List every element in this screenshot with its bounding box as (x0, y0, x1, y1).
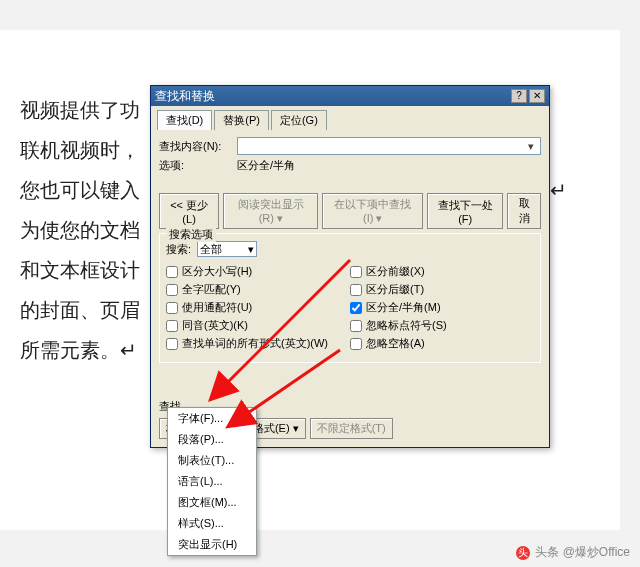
checkbox-left-2[interactable]: 使用通配符(U) (166, 300, 350, 315)
search-options-group: 搜索选项 搜索: 全部▾ 区分大小写(H)全字匹配(Y)使用通配符(U)同音(英… (159, 233, 541, 363)
checkbox-input[interactable] (166, 302, 178, 314)
checkbox-left-4[interactable]: 查找单词的所有形式(英文)(W) (166, 336, 350, 351)
checkbox-right-0[interactable]: 区分前缀(X) (350, 264, 534, 279)
no-format-button[interactable]: 不限定格式(T) (310, 418, 393, 439)
reading-highlight-button[interactable]: 阅读突出显示(R) ▾ (223, 193, 318, 229)
checkbox-left-0[interactable]: 区分大小写(H) (166, 264, 350, 279)
menu-item-6[interactable]: 突出显示(H) (168, 534, 256, 555)
dialog-titlebar[interactable]: 查找和替换 ? ✕ (151, 86, 549, 106)
find-next-button[interactable]: 查找下一处(F) (427, 193, 503, 229)
checkbox-input[interactable] (350, 338, 362, 350)
checkbox-input[interactable] (166, 320, 178, 332)
checkbox-left-1[interactable]: 全字匹配(Y) (166, 282, 350, 297)
checkbox-input[interactable] (350, 284, 362, 296)
tab-goto[interactable]: 定位(G) (271, 110, 327, 130)
checkbox-right-4[interactable]: 忽略空格(A) (350, 336, 534, 351)
options-label: 选项: (159, 158, 231, 173)
checkbox-input[interactable] (350, 320, 362, 332)
menu-item-3[interactable]: 语言(L)... (168, 471, 256, 492)
menu-item-0[interactable]: 字体(F)... (168, 408, 256, 429)
format-dropdown-menu: 字体(F)...段落(P)...制表位(T)...语言(L)...图文框(M).… (167, 407, 257, 556)
checkbox-input[interactable] (166, 338, 178, 350)
watermark: 头 头条 @爆炒Office (516, 544, 630, 561)
checkbox-input[interactable] (166, 284, 178, 296)
find-input[interactable]: ▾ (237, 137, 541, 155)
menu-item-2[interactable]: 制表位(T)... (168, 450, 256, 471)
checkbox-left-3[interactable]: 同音(英文)(K) (166, 318, 350, 333)
checkbox-right-1[interactable]: 区分后缀(T) (350, 282, 534, 297)
tab-replace[interactable]: 替换(P) (214, 110, 269, 130)
dialog-title: 查找和替换 (155, 86, 215, 106)
chevron-down-icon: ▾ (248, 243, 254, 256)
toutiao-logo-icon: 头 (516, 546, 530, 560)
close-button[interactable]: ✕ (529, 89, 545, 103)
search-direction-label: 搜索: (166, 242, 191, 257)
checkbox-input[interactable] (350, 302, 362, 314)
find-label: 查找内容(N): (159, 139, 231, 154)
chevron-down-icon: ▾ (524, 140, 538, 153)
less-button[interactable]: << 更少(L) (159, 193, 219, 229)
search-direction-combo[interactable]: 全部▾ (197, 241, 257, 257)
dialog-tabs: 查找(D) 替换(P) 定位(G) (151, 106, 549, 130)
tab-find[interactable]: 查找(D) (157, 110, 212, 130)
options-value: 区分全/半角 (237, 158, 295, 173)
checkbox-right-3[interactable]: 忽略标点符号(S) (350, 318, 534, 333)
menu-item-1[interactable]: 段落(P)... (168, 429, 256, 450)
menu-item-5[interactable]: 样式(S)... (168, 513, 256, 534)
find-replace-dialog: 查找和替换 ? ✕ 查找(D) 替换(P) 定位(G) 查找内容(N): ▾ 选… (150, 85, 550, 448)
find-in-button[interactable]: 在以下项中查找(I) ▾ (322, 193, 423, 229)
menu-item-4[interactable]: 图文框(M)... (168, 492, 256, 513)
checkbox-input[interactable] (350, 266, 362, 278)
help-button[interactable]: ? (511, 89, 527, 103)
checkbox-right-2[interactable]: 区分全/半角(M) (350, 300, 534, 315)
cancel-button[interactable]: 取消 (507, 193, 541, 229)
checkbox-input[interactable] (166, 266, 178, 278)
